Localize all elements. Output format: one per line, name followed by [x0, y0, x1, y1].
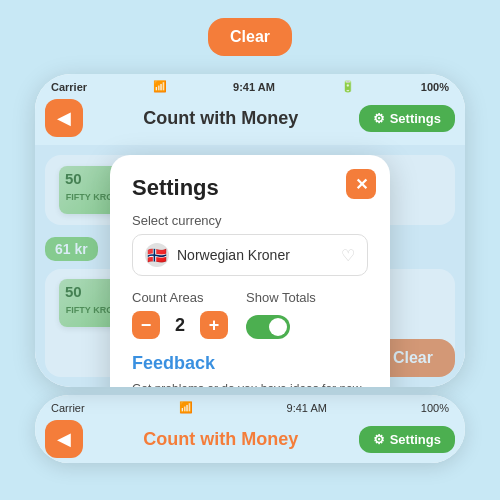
time-text: 9:41 AM: [233, 81, 275, 93]
settings-button[interactable]: ⚙ Settings: [359, 105, 455, 132]
modal-overlay: Settings ✕ Select currency 🇳🇴 Norwegian …: [35, 145, 465, 387]
top-card: Clear: [198, 8, 302, 66]
bottom-carrier: Carrier: [51, 402, 85, 414]
count-areas-group: Count Areas − 2 +: [132, 290, 228, 339]
battery-icon: 🔋: [341, 80, 355, 93]
feedback-title: Feedback: [132, 353, 368, 374]
battery-text: 100%: [421, 81, 449, 93]
toggle-wrap: [246, 315, 316, 339]
bottom-settings-button[interactable]: ⚙ Settings: [359, 426, 455, 453]
carrier-text: Carrier: [51, 81, 87, 93]
bottom-wifi-icon: 📶: [179, 401, 193, 414]
settings-label: Settings: [390, 111, 441, 126]
page-title: Count with Money: [83, 108, 359, 129]
toggle-knob: [269, 318, 287, 336]
modal-close-button[interactable]: ✕: [346, 169, 376, 199]
bottom-status-bar: Carrier 📶 9:41 AM 100%: [35, 395, 465, 416]
settings-modal: Settings ✕ Select currency 🇳🇴 Norwegian …: [110, 155, 390, 387]
status-bar: Carrier 📶 9:41 AM 🔋 100%: [35, 74, 465, 95]
heart-icon: ♡: [341, 246, 355, 265]
currency-flag: 🇳🇴: [145, 243, 169, 267]
back-button[interactable]: ◀: [45, 99, 83, 137]
bottom-card: Carrier 📶 9:41 AM 100% ◀ Count with Mone…: [35, 395, 465, 463]
stepper-value: 2: [170, 315, 190, 336]
bottom-time: 9:41 AM: [287, 402, 327, 414]
bottom-header: ◀ Count with Money ⚙ Settings: [35, 416, 465, 463]
bottom-settings-label: Settings: [390, 432, 441, 447]
phone-content: FIFTY KRONER 61 kr FIFTY KRONER: [35, 145, 465, 387]
modal-title: Settings: [132, 175, 368, 201]
bottom-back-button[interactable]: ◀: [45, 420, 83, 458]
currency-name: Norwegian Kroner: [177, 247, 333, 263]
currency-selector[interactable]: 🇳🇴 Norwegian Kroner ♡: [132, 234, 368, 276]
stepper-plus-button[interactable]: +: [200, 311, 228, 339]
bottom-page-title: Count with Money: [83, 429, 359, 450]
show-totals-label: Show Totals: [246, 290, 316, 305]
feedback-text: Got problems or do you have ideas for ne…: [132, 380, 368, 387]
show-totals-toggle[interactable]: [246, 315, 290, 339]
stepper-minus-button[interactable]: −: [132, 311, 160, 339]
row-controls: Count Areas − 2 + Show Totals: [132, 290, 368, 339]
count-areas-label: Count Areas: [132, 290, 228, 305]
stepper: − 2 +: [132, 311, 228, 339]
bottom-battery: 100%: [421, 402, 449, 414]
clear-button-top[interactable]: Clear: [208, 18, 292, 56]
gear-icon: ⚙: [373, 111, 385, 126]
show-totals-group: Show Totals: [246, 290, 316, 339]
currency-section-label: Select currency: [132, 213, 368, 228]
bottom-gear-icon: ⚙: [373, 432, 385, 447]
main-phone: Carrier 📶 9:41 AM 🔋 100% ◀ Count with Mo…: [35, 74, 465, 387]
phone-header: ◀ Count with Money ⚙ Settings: [35, 95, 465, 145]
wifi-icon: 📶: [153, 80, 167, 93]
